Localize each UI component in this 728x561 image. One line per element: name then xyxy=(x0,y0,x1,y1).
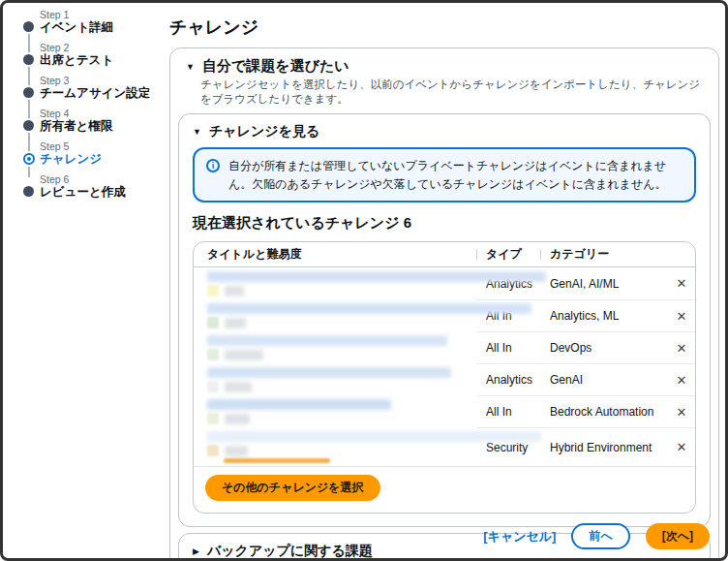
selected-challenges-heading: 現在選択されているチャレンジ 6 xyxy=(193,214,696,233)
section-choose-header[interactable]: ▼ 自分で課題を選びたい xyxy=(170,48,718,78)
step-label[interactable]: チームアサイン設定 xyxy=(40,86,164,101)
info-alert: i 自分が所有または管理していないプライベートチャレンジはイベントに含まれません… xyxy=(193,147,696,203)
section-choose-description: チャレンジセットを選択したり、以前のイベントからチャレンジをインポートしたり、チ… xyxy=(200,78,703,107)
redacted-challenge-title xyxy=(207,431,541,442)
challenge-actions-cell: ✕ xyxy=(668,331,695,363)
table-row: Analytics GenAI, AI/ML ✕ xyxy=(194,267,695,299)
step-indicator-icon xyxy=(23,120,34,131)
challenge-actions-cell: ✕ xyxy=(668,267,695,299)
step-number: Step 5 xyxy=(40,140,164,152)
column-header-type: タイプ xyxy=(476,246,540,263)
section-choose-challenges: ▼ 自分で課題を選びたい チャレンジセットを選択したり、以前のイベントからチャレ… xyxy=(169,47,719,561)
challenge-actions-cell: ✕ xyxy=(668,395,695,427)
step-indicator-icon xyxy=(23,54,34,65)
table-row: All In Analytics, ML ✕ xyxy=(194,299,695,331)
challenge-difficulty-line xyxy=(207,285,476,296)
remove-challenge-button[interactable]: ✕ xyxy=(671,339,693,358)
challenge-category-cell: GenAI, AI/ML xyxy=(540,267,668,299)
section-view-body: i 自分が所有または管理していないプライベートチャレンジはイベントに含まれません… xyxy=(179,147,710,526)
challenge-difficulty-line xyxy=(207,445,476,456)
difficulty-badge-icon xyxy=(207,445,219,456)
step-label[interactable]: イベント詳細 xyxy=(40,20,164,35)
remove-challenge-button[interactable]: ✕ xyxy=(671,438,693,456)
redacted-challenge-title xyxy=(207,271,546,282)
step-indicator-icon xyxy=(23,186,34,197)
step-label[interactable]: 所有者と権限 xyxy=(40,119,164,134)
challenge-type-cell: All In xyxy=(476,395,540,427)
redacted-difficulty-text xyxy=(225,286,244,296)
challenge-title-cell[interactable] xyxy=(194,395,476,427)
challenge-difficulty-line xyxy=(207,413,476,424)
step-item[interactable]: Step 6 レビューと作成 xyxy=(23,173,164,200)
section-view-title: チャレンジを見る xyxy=(209,123,319,140)
redacted-challenge-title xyxy=(207,367,451,378)
redacted-difficulty-text xyxy=(225,350,263,360)
wizard-window: Step 1 イベント詳細 Step 2 出席とテスト Step 3 チームアサ… xyxy=(0,0,728,561)
caret-right-icon: ▶ xyxy=(193,546,199,556)
remove-challenge-button[interactable]: ✕ xyxy=(671,307,693,326)
remove-challenge-button[interactable]: ✕ xyxy=(671,371,693,390)
challenge-actions-cell: ✕ xyxy=(668,299,695,331)
challenge-title-cell[interactable] xyxy=(194,267,476,299)
table-footer: その他のチャレンジを選択 xyxy=(194,466,695,513)
challenge-difficulty-line xyxy=(207,349,476,360)
select-other-challenges-button[interactable]: その他のチャレンジを選択 xyxy=(205,475,380,501)
section-view-header[interactable]: ▼ チャレンジを見る xyxy=(179,114,710,146)
challenge-category-cell: Analytics, ML xyxy=(540,299,668,331)
step-item[interactable]: Step 4 所有者と権限 xyxy=(23,108,164,134)
caret-down-icon: ▼ xyxy=(193,127,201,137)
step-item[interactable]: Step 3 チームアサイン設定 xyxy=(23,75,164,101)
challenge-title-cell[interactable] xyxy=(194,331,476,363)
table-row: Security Hybrid Environment ✕ xyxy=(194,427,695,466)
step-number: Step 4 xyxy=(40,108,164,119)
redacted-difficulty-text xyxy=(225,446,248,456)
remove-challenge-button[interactable]: ✕ xyxy=(671,403,693,421)
redacted-difficulty-text xyxy=(225,414,250,424)
wizard-footer: [キャンセル] 前へ [次へ] xyxy=(483,523,710,549)
table-row: All In DevOps ✕ xyxy=(194,331,695,363)
step-number: Step 6 xyxy=(40,173,164,185)
table-header: タイトルと難易度 タイプ カテゴリー xyxy=(194,242,695,267)
step-item[interactable]: Step 2 出席とテスト xyxy=(23,42,164,68)
redacted-challenge-title xyxy=(207,399,391,410)
previous-button[interactable]: 前へ xyxy=(571,523,629,549)
section-backup-title: バックアップに関する課題 xyxy=(207,543,373,560)
step-label[interactable]: チャレンジ xyxy=(40,152,164,167)
challenge-category-cell: Hybrid Environment xyxy=(540,427,668,466)
step-number: Step 2 xyxy=(40,42,164,53)
section-view-challenges: ▼ チャレンジを見る i 自分が所有または管理していないプライベートチャレンジは… xyxy=(178,113,711,527)
challenge-title-cell[interactable] xyxy=(194,299,476,331)
caret-down-icon: ▼ xyxy=(186,62,195,72)
difficulty-badge-icon xyxy=(207,349,219,360)
challenge-actions-cell: ✕ xyxy=(668,363,695,395)
challenge-title-cell[interactable] xyxy=(194,363,476,395)
section-choose-title: 自分で課題を選びたい xyxy=(202,57,349,76)
redacted-difficulty-text xyxy=(225,318,246,328)
step-label[interactable]: 出席とテスト xyxy=(40,53,164,68)
challenge-category-cell: GenAI xyxy=(540,363,668,395)
step-indicator-icon xyxy=(23,87,34,98)
step-item[interactable]: Step 5 チャレンジ xyxy=(23,140,164,167)
redacted-challenge-title xyxy=(207,303,531,314)
challenge-category-cell: DevOps xyxy=(540,331,668,363)
challenges-table: タイトルと難易度 タイプ カテゴリー Analytics GenAI, AI/M… xyxy=(193,241,696,514)
challenge-category-cell: Bedrock Automation xyxy=(540,395,668,427)
step-number: Step 1 xyxy=(40,9,164,20)
next-button[interactable]: [次へ] xyxy=(646,523,710,549)
difficulty-badge-icon xyxy=(207,413,219,424)
steps-nav: Step 1 イベント詳細 Step 2 出席とテスト Step 3 チームアサ… xyxy=(23,9,164,206)
difficulty-badge-icon xyxy=(207,285,219,296)
difficulty-badge-icon xyxy=(207,381,219,392)
step-label[interactable]: レビューと作成 xyxy=(40,185,164,200)
steps-list: Step 1 イベント詳細 Step 2 出席とテスト Step 3 チームアサ… xyxy=(23,9,164,200)
table-row: All In Bedrock Automation ✕ xyxy=(194,395,695,427)
step-item[interactable]: Step 1 イベント詳細 xyxy=(23,9,164,35)
challenge-difficulty-line xyxy=(207,381,476,392)
page-title: チャレンジ xyxy=(169,16,719,39)
challenge-title-cell[interactable] xyxy=(194,427,476,466)
redacted-challenge-title xyxy=(207,335,447,346)
remove-challenge-button[interactable]: ✕ xyxy=(671,274,693,293)
redacted-warning-bar xyxy=(224,458,330,463)
alert-text: 自分が所有または管理していないプライベートチャレンジはイベントに含まれません。欠… xyxy=(228,157,682,193)
cancel-link[interactable]: [キャンセル] xyxy=(483,528,556,545)
